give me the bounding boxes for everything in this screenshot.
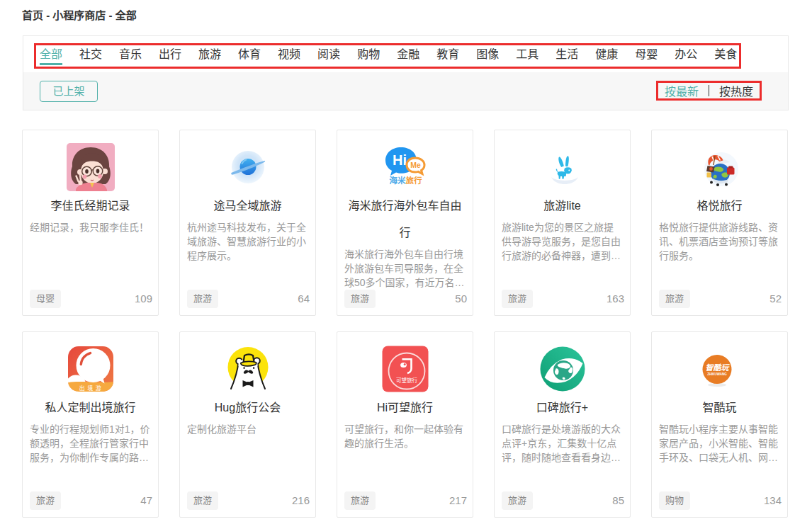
svg-text:Me: Me xyxy=(410,161,421,169)
svg-text:Hi: Hi xyxy=(393,152,407,168)
svg-text:ZHIKUWANG: ZHIKUWANG xyxy=(707,372,727,376)
svg-text:出境游: 出境游 xyxy=(79,385,103,392)
svg-text:海米: 海米 xyxy=(389,176,405,185)
svg-text:可望旅行: 可望旅行 xyxy=(396,377,417,384)
svg-text:智酷玩: 智酷玩 xyxy=(705,363,730,372)
svg-text:旅行: 旅行 xyxy=(405,176,422,185)
